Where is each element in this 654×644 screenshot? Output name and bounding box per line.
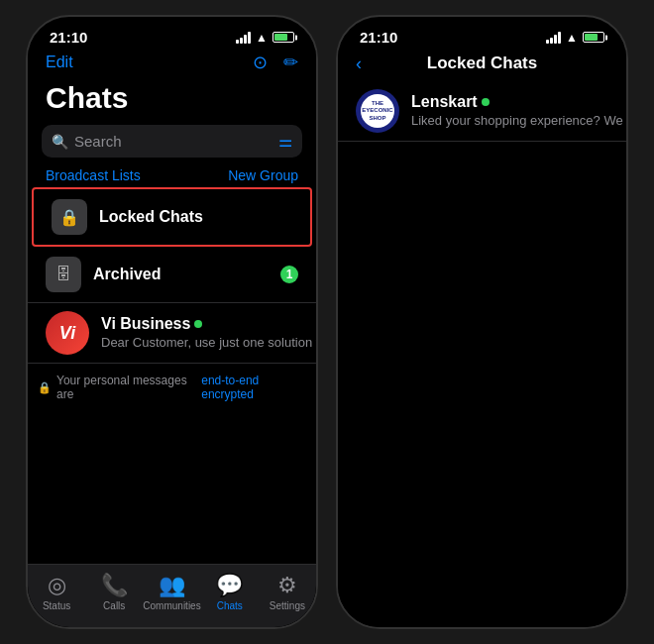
status-tab-label: Status — [43, 600, 70, 611]
lenskart-avatar-text: THE EYECONIC SHOP — [361, 94, 394, 128]
communities-tab-icon: 👥 — [159, 573, 185, 598]
vi-avatar: Vi — [46, 311, 89, 355]
encryption-lock-icon: 🔒 — [38, 381, 52, 394]
vi-meta: Vi Business 21/02/23 Dear Customer, use … — [101, 315, 316, 351]
verified-icon — [194, 320, 202, 328]
status-time-2: 21:10 — [360, 29, 397, 46]
tab-settings[interactable]: ⚙ Settings — [259, 573, 316, 611]
vi-business-item[interactable]: Vi Vi Business 21/02/23 Dear Customer, u… — [28, 303, 316, 364]
calls-tab-icon: 📞 — [101, 573, 128, 598]
tab-bar: ◎ Status 📞 Calls 👥 Communities 💬 Chats ⚙… — [28, 564, 316, 627]
top-actions: Edit ⊙ ✏ — [28, 50, 316, 81]
status-tab-icon: ◎ — [48, 573, 66, 598]
section-links: Broadcast Lists New Group — [28, 167, 316, 187]
vi-name-row: Vi Business 21/02/23 — [101, 315, 316, 333]
phone-2: 21:10 ▲ ‹ Locked Chats THE EYECONIC SHOP — [336, 15, 628, 629]
search-icon: 🔍 — [52, 134, 68, 150]
filter-icon[interactable]: ⚌ — [278, 132, 292, 151]
chats-tab-icon: 💬 — [216, 573, 243, 598]
status-icons-2: ▲ — [546, 31, 604, 45]
compose-icon[interactable]: ✏ — [283, 52, 298, 73]
search-placeholder: Search — [74, 133, 272, 150]
camera-icon[interactable]: ⊙ — [253, 52, 268, 73]
lenskart-preview: Liked your shopping experience? We would… — [411, 113, 626, 128]
status-bar-1: 21:10 ▲ — [28, 17, 316, 50]
archived-badge: 1 — [280, 266, 298, 283]
locked-chats-info: Locked Chats — [99, 208, 292, 226]
locked-chats-screen: ‹ Locked Chats THE EYECONIC SHOP Lenskar… — [338, 50, 626, 627]
lenskart-name-row: Lenskart 14/05/23 — [411, 93, 626, 111]
lenskart-meta: Lenskart 14/05/23 Liked your shopping ex… — [411, 93, 626, 129]
encryption-text: Your personal messages are — [56, 374, 196, 401]
lenskart-verified-icon — [482, 98, 490, 106]
chats-tab-label: Chats — [217, 600, 243, 611]
status-bar-2: 21:10 ▲ — [338, 17, 626, 50]
signal-icon — [236, 32, 251, 44]
locked-chats-item[interactable]: 🔒 Locked Chats — [32, 187, 312, 247]
tab-communities[interactable]: 👥 Communities — [143, 573, 200, 611]
chats-screen: Edit ⊙ ✏ Chats 🔍 Search ⚌ Broadcast List… — [28, 50, 316, 627]
signal-icon-2 — [546, 32, 561, 44]
nav-title: Locked Chats — [427, 54, 537, 73]
archived-label: Archived — [93, 266, 269, 283]
archive-icon: 🗄 — [55, 266, 71, 283]
archived-info: Archived — [93, 266, 269, 283]
tab-calls[interactable]: 📞 Calls — [85, 573, 143, 611]
encryption-notice: 🔒 Your personal messages are end-to-end … — [28, 364, 316, 411]
locked-chats-label: Locked Chats — [99, 208, 292, 226]
status-icons-1: ▲ — [236, 31, 294, 45]
vi-name: Vi Business — [101, 315, 190, 333]
calls-tab-label: Calls — [103, 600, 125, 611]
new-group-link[interactable]: New Group — [228, 167, 298, 183]
encryption-link[interactable]: end-to-end encrypted — [201, 374, 306, 401]
lenskart-avatar: THE EYECONIC SHOP — [356, 89, 399, 133]
search-bar[interactable]: 🔍 Search ⚌ — [42, 125, 302, 158]
broadcast-lists-link[interactable]: Broadcast Lists — [46, 167, 141, 183]
wifi-icon: ▲ — [256, 31, 268, 45]
tab-chats[interactable]: 💬 Chats — [201, 573, 259, 611]
battery-icon — [272, 32, 294, 43]
communities-tab-label: Communities — [143, 600, 200, 611]
settings-tab-label: Settings — [270, 600, 305, 611]
lenskart-item[interactable]: THE EYECONIC SHOP Lenskart 14/05/23 Like… — [338, 81, 626, 142]
phone-1: 21:10 ▲ Edit ⊙ ✏ Chats 🔍 Search ⚌ — [26, 15, 318, 629]
battery-icon-2 — [583, 32, 604, 43]
tab-status[interactable]: ◎ Status — [28, 573, 85, 611]
lenskart-name: Lenskart — [411, 93, 478, 111]
archive-icon-wrap: 🗄 — [46, 257, 81, 292]
lock-icon-wrap: 🔒 — [52, 199, 87, 235]
chat-list: 🔒 Locked Chats 🗄 Archived 1 Vi — [28, 187, 316, 564]
status-time-1: 21:10 — [50, 29, 87, 46]
settings-tab-icon: ⚙ — [277, 573, 297, 598]
page-title: Chats — [28, 81, 316, 125]
archived-item[interactable]: 🗄 Archived 1 — [28, 247, 316, 303]
nav-bar: ‹ Locked Chats — [338, 50, 626, 81]
edit-button[interactable]: Edit — [46, 54, 73, 71]
lock-icon: 🔒 — [59, 208, 79, 227]
top-right-icons: ⊙ ✏ — [253, 52, 298, 73]
back-button[interactable]: ‹ — [356, 54, 362, 74]
vi-preview: Dear Customer, use just one solution to … — [101, 335, 316, 350]
wifi-icon-2: ▲ — [566, 31, 578, 45]
